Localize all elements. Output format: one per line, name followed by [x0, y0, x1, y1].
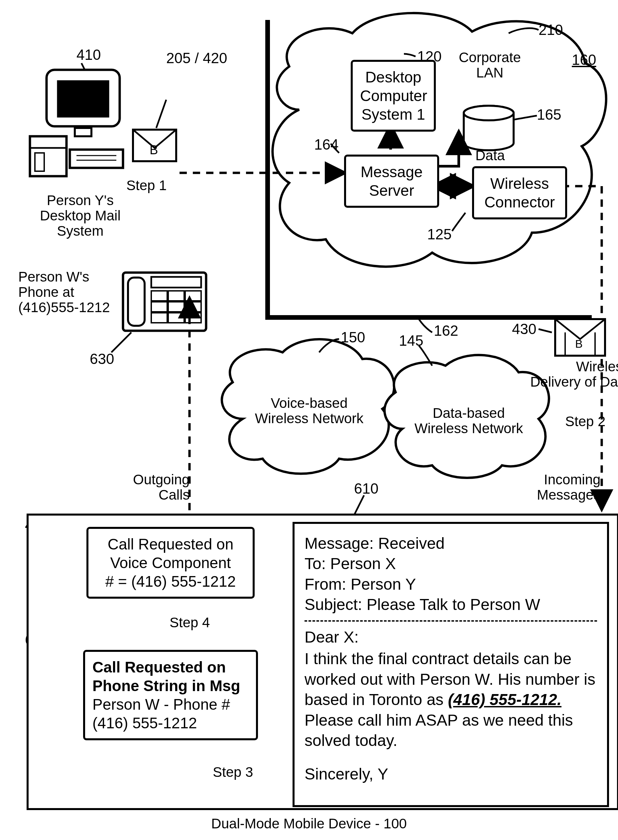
svg-rect-5 — [35, 153, 44, 171]
message-server-text: Message Server — [361, 163, 423, 199]
svg-rect-26 — [168, 302, 184, 312]
data-network-label: Data-based Wireless Network — [402, 405, 535, 436]
svg-line-9 — [82, 63, 85, 70]
svg-rect-2 — [75, 128, 91, 136]
step1-label: Step 1 — [126, 178, 166, 193]
device-caption: Dual-Mode Mobile Device - 100 — [0, 816, 618, 831]
envelope-b-label: B — [150, 143, 158, 157]
desktop-system-text: Desktop Computer System 1 — [360, 68, 427, 123]
svg-rect-20 — [128, 278, 145, 326]
svg-rect-0 — [46, 70, 120, 126]
step4-label: Step 4 — [169, 615, 210, 630]
ref-410: 410 — [76, 46, 101, 63]
ref-630: 630 — [90, 351, 114, 367]
ref-145: 145 — [399, 332, 423, 349]
wireless-connector-text: Wireless Connector — [484, 175, 555, 211]
msg-hdr3: From: Person Y — [305, 574, 597, 594]
message-server-box: Message Server — [344, 154, 439, 208]
call-requested-msg-body: Person W - Phone # (416) 555-1212 — [92, 696, 230, 732]
ref-205-420: 205 / 420 — [166, 50, 227, 67]
msg-hdr4: Subject: Please Talk to Person W — [305, 594, 597, 614]
svg-line-31 — [111, 332, 131, 352]
msg-sign: Sincerely, Y — [305, 764, 597, 784]
call-requested-msg-title: Call Requested on Phone String in Msg — [92, 659, 240, 695]
svg-rect-21 — [151, 277, 201, 288]
message-received-box: Message: Received To: Person X From: Per… — [293, 522, 609, 807]
ref-210: 210 — [539, 22, 563, 38]
ref-125: 125 — [427, 226, 452, 243]
svg-rect-24 — [185, 291, 201, 301]
svg-rect-3 — [30, 136, 67, 176]
person-w-caption: Person W's Phone at (416)555-1212 — [18, 269, 110, 315]
svg-rect-28 — [151, 313, 167, 323]
ref-160: 160 — [572, 52, 596, 68]
wireless-delivery-caption: Wireless Delivery of Data — [530, 359, 618, 390]
svg-rect-27 — [185, 302, 201, 312]
desktop-system-box: Desktop Computer System 1 — [351, 60, 436, 132]
step3-label: Step 3 — [213, 764, 253, 780]
svg-rect-6 — [70, 150, 123, 168]
step2-label: Step 2 — [565, 414, 605, 429]
envelope-430-b-label: B — [575, 337, 583, 350]
svg-rect-1 — [58, 82, 108, 116]
svg-rect-30 — [185, 313, 201, 323]
svg-point-13 — [464, 106, 514, 120]
person-y-caption: Person Y's Desktop Mail System — [40, 193, 121, 239]
ref-610: 610 — [354, 480, 378, 497]
msg-hdr1: Message: Received — [305, 533, 597, 554]
svg-rect-25 — [151, 302, 167, 312]
svg-rect-23 — [168, 291, 184, 301]
svg-line-11 — [156, 100, 166, 128]
msg-body-b: Please call him ASAP as we need this sol… — [305, 711, 573, 749]
svg-line-17 — [539, 329, 552, 332]
call-requested-msg-box: Call Requested on Phone String in Msg Pe… — [83, 650, 258, 740]
call-requested-voice-text: Call Requested on Voice Component # = (4… — [105, 536, 236, 590]
voice-network-label: Voice-based Wireless Network — [246, 396, 372, 426]
ref-150: 150 — [341, 329, 365, 346]
ref-162: 162 — [434, 322, 458, 339]
msg-hdr2: To: Person X — [305, 554, 597, 574]
msg-salutation: Dear X: — [305, 627, 597, 647]
wireless-connector-box: Wireless Connector — [472, 166, 567, 220]
svg-point-12 — [464, 106, 514, 120]
svg-rect-22 — [151, 291, 167, 301]
ref-164: 164 — [314, 136, 339, 153]
svg-rect-29 — [168, 313, 184, 323]
call-requested-voice-box: Call Requested on Voice Component # = (4… — [86, 527, 255, 599]
msg-phone: (416) 555-1212. — [448, 691, 562, 708]
outgoing-calls-label: Outgoing Calls — [133, 472, 190, 503]
data-label: Data — [475, 148, 505, 163]
svg-rect-19 — [123, 273, 206, 331]
ref-430: 430 — [512, 321, 536, 337]
ref-165: 165 — [537, 106, 561, 123]
incoming-messages-label: Incoming Messages — [537, 472, 600, 503]
corporate-lan-label: Corporate LAN — [459, 50, 521, 80]
